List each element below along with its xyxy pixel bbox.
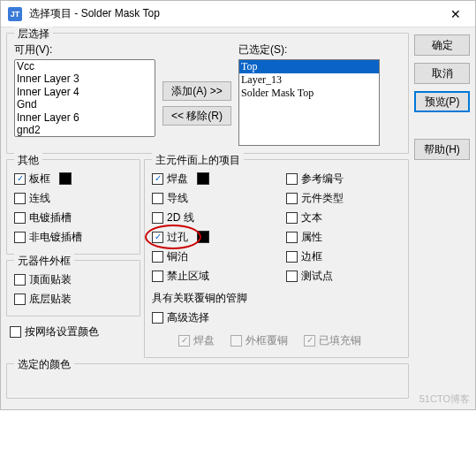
other-item-label: 板框 <box>29 172 50 187</box>
main-left-item-label: 过孔 <box>167 230 188 245</box>
checkbox-advanced-select[interactable] <box>152 312 163 324</box>
checkbox-main-right-item[interactable] <box>286 193 298 204</box>
outline-item-row: 底层贴装 <box>14 289 132 309</box>
titlebar: JT 选择项目 - Solder Mask Top ✕ <box>1 1 475 27</box>
other-item-row: ✓板框 <box>14 169 132 188</box>
app-icon: JT <box>8 7 22 21</box>
other-item-label: 电镀插槽 <box>29 210 72 225</box>
checkbox-main-right-item[interactable] <box>286 232 298 243</box>
other-item-label: 连线 <box>29 191 50 206</box>
window-title: 选择项目 - Solder Mask Top <box>29 6 435 21</box>
groupbox-other: 其他 ✓板框连线电镀插槽非电镀插槽 <box>6 159 140 255</box>
color-swatch[interactable] <box>197 231 209 243</box>
main-left-item-row: 导线 <box>152 188 267 208</box>
checkbox-sub-option <box>230 335 242 347</box>
main-left-item-label: 焊盘 <box>167 172 188 187</box>
available-listbox[interactable]: VccInner Layer 3Inner Layer 4GndInner La… <box>14 59 155 137</box>
main-right-item-row: 文本 <box>286 208 401 227</box>
main-left-item-row: 2D 线 <box>152 208 267 227</box>
sub-option-label: 焊盘 <box>193 333 215 348</box>
checkbox-outline-item[interactable] <box>14 293 26 305</box>
checkbox-main-right-item[interactable] <box>286 173 298 185</box>
sub-option-row: ✓焊盘 <box>178 331 215 350</box>
checkbox-main-right-item[interactable] <box>286 251 298 263</box>
checkbox-main-left-item[interactable] <box>152 193 163 204</box>
main-right-item-label: 文本 <box>301 210 322 225</box>
checkbox-sub-option: ✓ <box>304 335 315 347</box>
watermark: 51CTO博客 <box>419 393 470 406</box>
add-button[interactable]: 添加(A) >> <box>162 81 231 101</box>
main-left-item-row: 铜泊 <box>152 247 267 266</box>
help-button[interactable]: 帮助(H) <box>414 139 470 160</box>
checkbox-main-left-item[interactable] <box>152 212 163 224</box>
groupbox-component-outline: 元器件外框 顶面贴装底层贴装 <box>6 260 140 316</box>
checkbox-main-left-item[interactable] <box>152 251 163 263</box>
main-right-item-row: 测试点 <box>286 266 401 286</box>
groupbox-legend: 主元件面上的项目 <box>152 153 244 168</box>
outline-item-row: 顶面贴装 <box>14 270 132 289</box>
main-right-item-row: 边框 <box>286 247 401 266</box>
groupbox-layer-select: 层选择 可用(V): VccInner Layer 3Inner Layer 4… <box>6 33 409 154</box>
selected-option[interactable]: Layer_13 <box>239 73 379 87</box>
available-option[interactable]: Inner Layer 6 <box>15 111 155 124</box>
main-right-item-label: 测试点 <box>301 269 333 284</box>
outline-item-label: 顶面贴装 <box>29 272 72 287</box>
selected-label: 已选定(S): <box>238 42 380 57</box>
available-option[interactable]: Inner Layer 3 <box>15 72 155 85</box>
checkbox-net-colors[interactable] <box>10 326 21 338</box>
main-left-item-label: 2D 线 <box>167 210 194 225</box>
selected-option[interactable]: Solder Mask Top <box>239 87 379 100</box>
groupbox-legend: 层选择 <box>14 27 53 42</box>
main-right-item-label: 属性 <box>301 230 322 245</box>
ok-button[interactable]: 确定 <box>414 34 470 56</box>
sub-option-row: 外框覆铜 <box>230 331 288 350</box>
assoc-copper-label: 具有关联覆铜的管脚 <box>152 291 401 306</box>
checkbox-other-item[interactable]: ✓ <box>14 173 26 185</box>
available-option[interactable]: Vcc <box>15 60 155 72</box>
groupbox-legend: 其他 <box>14 153 42 168</box>
checkbox-outline-item[interactable] <box>14 274 26 286</box>
selected-option[interactable]: Top <box>239 60 379 73</box>
main-left-item-label: 铜泊 <box>167 249 188 264</box>
cancel-button[interactable]: 取消 <box>414 63 470 84</box>
main-right-item-row: 属性 <box>286 227 401 247</box>
available-option[interactable]: gnd2 <box>15 124 155 136</box>
other-item-row: 连线 <box>14 188 132 208</box>
close-button[interactable]: ✕ <box>435 1 475 27</box>
main-left-item-label: 禁止区域 <box>167 269 209 284</box>
main-left-item-row: ✓焊盘 <box>152 169 267 188</box>
sub-option-row: ✓已填充铜 <box>304 331 361 350</box>
main-right-item-row: 参考编号 <box>286 169 401 188</box>
selected-listbox[interactable]: TopLayer_13Solder Mask Top <box>238 59 380 146</box>
checkbox-other-item[interactable] <box>14 193 26 204</box>
main-left-item-row: 禁止区域 <box>152 266 267 286</box>
main-left-item-label: 导线 <box>167 191 188 206</box>
color-swatch[interactable] <box>59 172 72 185</box>
available-option[interactable]: Inner Layer 4 <box>15 86 155 98</box>
checkbox-main-right-item[interactable] <box>286 212 298 224</box>
outline-item-label: 底层贴装 <box>29 292 72 307</box>
other-item-row: 非电镀插槽 <box>14 227 132 247</box>
available-option[interactable]: Gnd <box>15 98 155 111</box>
checkbox-other-item[interactable] <box>14 212 26 224</box>
remove-button[interactable]: << 移除(R) <box>162 106 231 126</box>
available-label: 可用(V): <box>14 42 155 57</box>
checkbox-other-item[interactable] <box>14 232 26 243</box>
other-item-row: 电镀插槽 <box>14 208 132 227</box>
main-left-item-row: ✓过孔 <box>152 227 267 247</box>
main-right-item-label: 边框 <box>301 249 322 264</box>
color-swatch[interactable] <box>197 172 209 185</box>
net-colors-label: 按网络设置颜色 <box>25 324 99 339</box>
advanced-select-label: 高级选择 <box>167 310 209 325</box>
checkbox-main-left-item[interactable] <box>152 271 163 282</box>
preview-button[interactable]: 预览(P) <box>414 91 470 112</box>
groupbox-main-items: 主元件面上的项目 ✓焊盘导线2D 线✓过孔铜泊禁止区域 参考编号元件类型文本属性… <box>144 159 409 358</box>
checkbox-main-right-item[interactable] <box>286 271 298 282</box>
checkbox-main-left-item[interactable]: ✓ <box>152 232 163 243</box>
main-right-item-row: 元件类型 <box>286 188 401 208</box>
groupbox-legend: 选定的颜色 <box>14 357 74 372</box>
main-right-item-label: 参考编号 <box>301 172 344 187</box>
sub-option-label: 已填充铜 <box>319 333 361 348</box>
checkbox-main-left-item[interactable]: ✓ <box>152 173 163 185</box>
checkbox-sub-option: ✓ <box>178 335 190 347</box>
